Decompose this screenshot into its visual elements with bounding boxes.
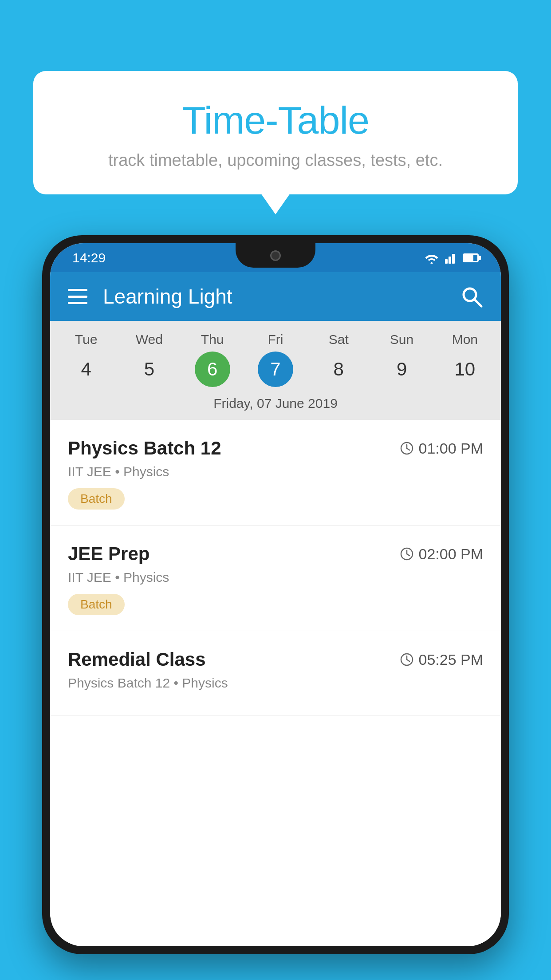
day-9[interactable]: 9 [370, 352, 433, 387]
svg-rect-2 [452, 254, 455, 264]
schedule-item-1[interactable]: Physics Batch 12 01:00 PM IIT JEE • Phys… [50, 420, 501, 526]
item-2-badge: Batch [68, 594, 125, 615]
speech-bubble: Time-Table track timetable, upcoming cla… [33, 71, 518, 194]
hamburger-line-1 [68, 289, 87, 291]
phone-notch [236, 243, 315, 268]
day-header-tue: Tue [55, 332, 118, 347]
selected-date-label: Friday, 07 June 2019 [55, 391, 496, 413]
phone-frame: 14:29 [42, 235, 509, 954]
item-3-header: Remedial Class 05:25 PM [68, 649, 483, 670]
item-1-name: Physics Batch 12 [68, 438, 221, 459]
phone-container: 14:29 [42, 235, 509, 980]
app-bar: Learning Light [50, 272, 501, 321]
svg-rect-1 [449, 257, 451, 264]
day-8[interactable]: 8 [307, 352, 370, 387]
bubble-title: Time-Table [55, 98, 496, 143]
hamburger-menu-icon[interactable] [68, 289, 87, 304]
item-1-badge: Batch [68, 488, 125, 510]
bubble-subtitle: track timetable, upcoming classes, tests… [55, 151, 496, 170]
day-headers: Tue Wed Thu Fri Sat Sun Mon [55, 332, 496, 347]
day-numbers: 4 5 6 7 8 9 10 [55, 352, 496, 387]
svg-line-7 [407, 448, 409, 450]
search-icon[interactable] [460, 285, 483, 308]
schedule-list: Physics Batch 12 01:00 PM IIT JEE • Phys… [50, 420, 501, 946]
day-4[interactable]: 4 [55, 352, 118, 387]
day-header-sat: Sat [307, 332, 370, 347]
status-time: 14:29 [72, 250, 106, 265]
day-header-sun: Sun [370, 332, 433, 347]
clock-icon-3 [400, 652, 414, 667]
battery-icon [463, 253, 479, 262]
day-header-thu: Thu [181, 332, 244, 347]
camera-dot [270, 250, 281, 261]
svg-line-4 [474, 299, 481, 306]
item-3-time: 05:25 PM [400, 651, 483, 668]
day-5[interactable]: 5 [118, 352, 181, 387]
day-6-today[interactable]: 6 [195, 352, 230, 387]
day-7-selected[interactable]: 7 [258, 352, 293, 387]
item-1-meta: IIT JEE • Physics [68, 464, 483, 479]
status-icons [424, 252, 479, 264]
item-1-header: Physics Batch 12 01:00 PM [68, 438, 483, 459]
clock-icon-2 [400, 547, 414, 561]
day-header-mon: Mon [433, 332, 496, 347]
item-2-name: JEE Prep [68, 543, 150, 565]
day-header-fri: Fri [244, 332, 307, 347]
wifi-icon [424, 252, 440, 264]
app-bar-title: Learning Light [103, 285, 460, 308]
svg-line-13 [407, 660, 409, 661]
item-2-meta: IIT JEE • Physics [68, 570, 483, 585]
clock-icon-1 [400, 441, 414, 455]
item-1-time: 01:00 PM [400, 440, 483, 457]
schedule-item-3[interactable]: Remedial Class 05:25 PM Physics Batch 12… [50, 631, 501, 715]
schedule-item-2[interactable]: JEE Prep 02:00 PM IIT JEE • Physics Batc… [50, 526, 501, 631]
signal-icon [445, 252, 457, 264]
item-3-meta: Physics Batch 12 • Physics [68, 676, 483, 691]
day-10[interactable]: 10 [433, 352, 496, 387]
item-3-name: Remedial Class [68, 649, 206, 670]
calendar-strip: Tue Wed Thu Fri Sat Sun Mon 4 5 6 7 8 9 … [50, 321, 501, 420]
item-2-time: 02:00 PM [400, 545, 483, 563]
item-2-header: JEE Prep 02:00 PM [68, 543, 483, 565]
hamburger-line-3 [68, 302, 87, 304]
svg-rect-0 [445, 259, 448, 264]
svg-line-10 [407, 554, 409, 556]
hamburger-line-2 [68, 296, 87, 298]
day-header-wed: Wed [118, 332, 181, 347]
phone-screen: 14:29 [50, 243, 501, 946]
